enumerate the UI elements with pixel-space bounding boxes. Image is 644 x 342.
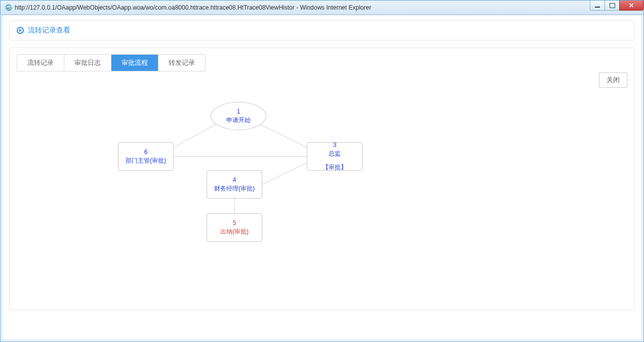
window-controls	[590, 1, 643, 11]
node-number: 4	[233, 176, 236, 183]
flow-node-6[interactable]: 6部门主管(审批)	[118, 142, 174, 171]
tabs: 流转记录审批日志审批流程转发记录	[17, 54, 206, 71]
node-label: 出纳(审批)	[220, 227, 249, 236]
svg-rect-2	[7, 7, 11, 8]
viewport: 流转记录查看 流转记录审批日志审批流程转发记录 关闭 1申请开始6部门主管(审批…	[2, 15, 642, 340]
flow-node-3[interactable]: 3总监【审批】	[307, 142, 363, 171]
window-close-button[interactable]	[619, 1, 643, 11]
minimize-button[interactable]	[590, 1, 605, 11]
play-icon	[17, 27, 24, 34]
flow-node-5[interactable]: 5出纳(审批)	[207, 213, 262, 242]
edge-3-4	[262, 163, 307, 184]
panel-heading-text: 流转记录查看	[28, 26, 70, 35]
tab-3[interactable]: 转发记录	[158, 55, 205, 71]
tab-1[interactable]: 审批日志	[64, 55, 111, 71]
edge-1-6	[174, 124, 216, 147]
tab-0[interactable]: 流转记录	[17, 55, 64, 71]
flow-edges	[17, 82, 627, 299]
panel-header: 流转记录查看	[9, 20, 635, 41]
flow-node-1[interactable]: 1申请开始	[211, 102, 266, 130]
node-label: 总监	[329, 149, 341, 158]
titlebar-text: http://127.0.0.1/OAapp/WebObjects/OAapp.…	[15, 4, 641, 11]
titlebar[interactable]: http://127.0.0.1/OAapp/WebObjects/OAapp.…	[1, 1, 643, 15]
ie-icon	[5, 4, 13, 12]
node-number: 6	[144, 148, 148, 156]
flow-canvas: 1申请开始6部门主管(审批)3总监【审批】4财务经理(审批)5出纳(审批)	[17, 82, 627, 299]
node-label: 申请开始	[226, 116, 251, 125]
node-label: 部门主管(审批)	[126, 157, 166, 165]
maximize-button[interactable]	[605, 1, 620, 11]
tab-2[interactable]: 审批流程	[111, 55, 158, 71]
tabs-panel: 流转记录审批日志审批流程转发记录 关闭 1申请开始6部门主管(审批)3总监【审批…	[9, 48, 635, 310]
node-number: 3	[333, 141, 337, 148]
edge-1-3	[260, 124, 307, 147]
flow-node-4[interactable]: 4财务经理(审批)	[207, 170, 262, 199]
node-number: 5	[233, 219, 236, 226]
node-extra: 【审批】	[323, 163, 347, 172]
node-number: 1	[237, 108, 240, 115]
window-frame: http://127.0.0.1/OAapp/WebObjects/OAapp.…	[0, 0, 644, 342]
node-label: 财务经理(审批)	[214, 184, 255, 193]
